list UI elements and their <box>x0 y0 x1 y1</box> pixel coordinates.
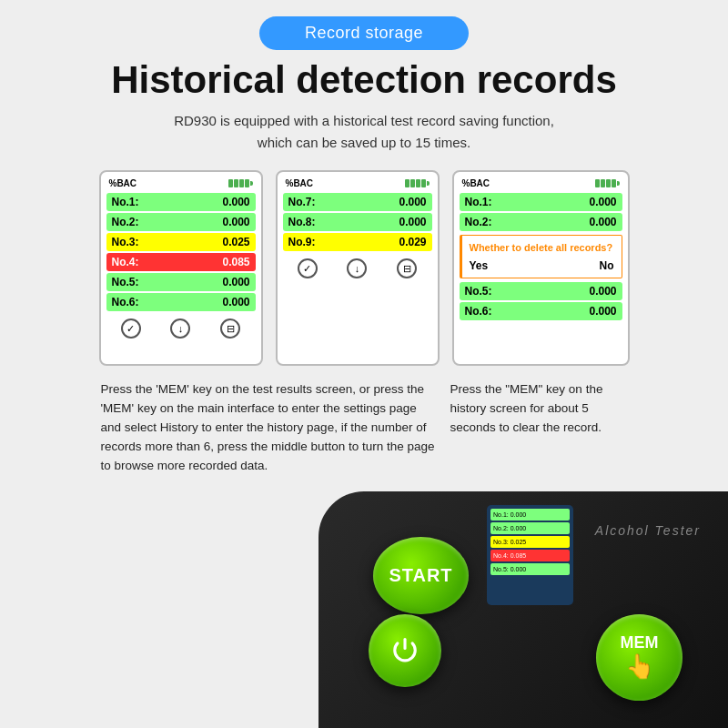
header-pill-wrap: Record storage <box>0 0 728 50</box>
screen2: %BAC No.7:0.000 No.8:0.000 No.9:0.029 <box>276 170 440 366</box>
screen3-row1: No.1:0.000 <box>460 193 622 211</box>
screen1: %BAC No.1:0.000 No.2:0.000 No.3:0.025 <box>99 170 263 366</box>
screen3-header: %BAC <box>460 177 622 189</box>
device-mini-screen: No.1: 0.000 No.2: 0.000 No.3: 0.025 No.4… <box>487 505 573 605</box>
power-button[interactable] <box>369 614 441 687</box>
desc-right: Press the "MEM" key on the history scree… <box>450 380 628 476</box>
down-icon-1: ↓ <box>170 318 190 339</box>
screen1-header: %BAC <box>106 177 256 189</box>
device-label: Alcohol Tester <box>595 523 701 538</box>
power-icon <box>391 637 419 664</box>
screen2-row2: No.8:0.000 <box>283 213 432 231</box>
device-bottom: Alcohol Tester No.1: 0.000 No.2: 0.000 N… <box>318 491 728 728</box>
screen2-footer: ✓ ↓ ⊟ <box>283 258 432 278</box>
check-icon-2: ✓ <box>298 258 318 278</box>
battery-icon-1 <box>228 179 253 187</box>
subtitle-line2: which can be saved up to 15 times. <box>258 135 470 150</box>
subtitle: RD930 is equipped with a historical test… <box>0 110 728 154</box>
page-wrapper: Record storage Historical detection reco… <box>0 0 728 728</box>
desc-row: Press the 'MEM' key on the test results … <box>0 380 728 476</box>
screen1-row3: No.3:0.025 <box>106 233 256 251</box>
screen2-bac-label: %BAC <box>286 178 314 188</box>
dialog-buttons: Yes No <box>470 259 614 272</box>
screen1-row5: No.5:0.000 <box>106 273 256 291</box>
header-pill: Record storage <box>259 16 469 50</box>
screen1-footer: ✓ ↓ ⊟ <box>106 318 256 339</box>
dialog-no[interactable]: No <box>600 259 614 272</box>
start-button[interactable]: START <box>373 537 469 614</box>
screen3-row6: No.6:0.000 <box>460 302 622 320</box>
screen2-row1: No.7:0.000 <box>283 193 432 211</box>
screen2-row3: No.9:0.029 <box>283 233 432 251</box>
screen1-row2: No.2:0.000 <box>106 213 256 231</box>
hand-cursor-icon: 👆 <box>625 652 654 681</box>
screen1-row4: No.4:0.085 <box>106 253 256 271</box>
menu-icon-2: ⊟ <box>397 258 417 278</box>
screen3: %BAC No.1:0.000 No.2:0.000 Whether to de… <box>452 170 630 366</box>
dialog-text: Whether to delete all records? <box>470 241 614 254</box>
screen3-row5: No.5:0.000 <box>460 282 622 300</box>
mem-button[interactable]: MEM 👆 <box>596 614 682 701</box>
mem-label: MEM <box>621 634 659 651</box>
menu-icon-1: ⊟ <box>220 318 240 339</box>
down-icon-2: ↓ <box>347 258 367 278</box>
desc-left: Press the 'MEM' key on the test results … <box>101 380 438 476</box>
screen1-row1: No.1:0.000 <box>106 193 256 211</box>
dialog-yes[interactable]: Yes <box>470 259 489 272</box>
screen3-row2: No.2:0.000 <box>460 213 622 231</box>
battery-icon-3 <box>595 179 620 187</box>
screen1-row6: No.6:0.000 <box>106 293 256 311</box>
battery-icon-2 <box>405 179 430 187</box>
screen1-bac-label: %BAC <box>109 178 137 188</box>
check-icon-1: ✓ <box>121 318 141 339</box>
screen3-bac-label: %BAC <box>462 178 490 188</box>
screen2-header: %BAC <box>283 177 432 189</box>
screens-row: %BAC No.1:0.000 No.2:0.000 No.3:0.025 <box>0 170 728 366</box>
dialog-box: Whether to delete all records? Yes No <box>460 235 622 278</box>
main-title: Historical detection records <box>0 59 728 101</box>
subtitle-line1: RD930 is equipped with a historical test… <box>174 113 554 128</box>
